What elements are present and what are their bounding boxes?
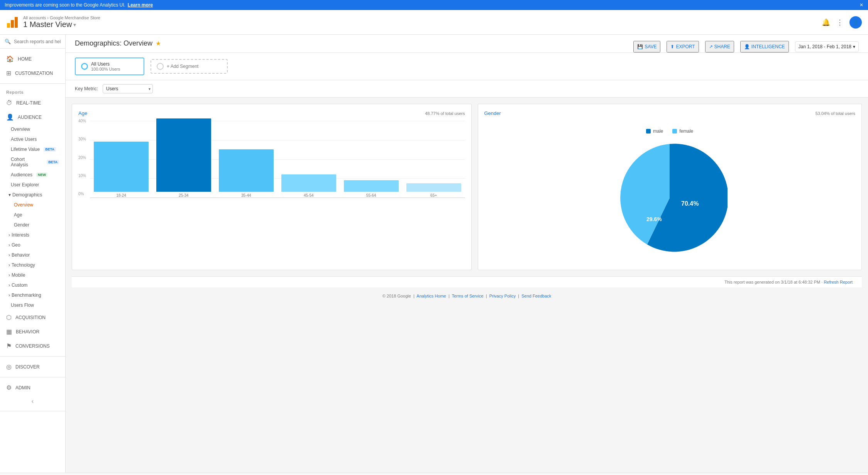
gender-chart-subtitle: 53.04% of total users (816, 111, 855, 116)
discover-icon: ◎ (6, 363, 12, 370)
sidebar-item-behavior[interactable]: ▦ BEHAVIOR (0, 325, 65, 339)
content-header: Demographics: Overview ★ 💾 SAVE ⬆ EXPORT… (66, 35, 868, 53)
add-segment-dot (157, 63, 164, 70)
y-label-20: 20% (78, 155, 86, 159)
header-actions: 💾 SAVE ⬆ EXPORT ↗ SHARE 👤 INTELLIGENCE J… (633, 39, 859, 52)
sub-nav-demo-age[interactable]: Age (0, 210, 65, 220)
pie-chart-area: male female (484, 121, 856, 264)
sub-nav-user-explorer[interactable]: User Explorer (0, 180, 65, 190)
chevron-right-icon-geo: › (8, 242, 10, 248)
share-button[interactable]: ↗ SHARE (705, 41, 734, 52)
user-avatar[interactable]: 👤 (849, 16, 862, 29)
sub-nav-demo-overview[interactable]: Overview (0, 200, 65, 210)
reports-label: Reports (0, 87, 65, 96)
bar-45-54[interactable]: 45-54 (281, 174, 336, 198)
sub-nav-cohort[interactable]: Cohort Analysis BETA (0, 154, 65, 170)
bar-65plus[interactable]: 65+ (406, 183, 461, 198)
header-view[interactable]: 1 Master View ▾ (23, 20, 100, 29)
sidebar-item-audience[interactable]: 👤 AUDIENCE (0, 110, 65, 124)
sidebar-item-customization[interactable]: ⊞ CUSTOMIZATION (0, 66, 65, 80)
bar-18-24-label: 18-24 (116, 193, 126, 198)
chevron-right-icon-mobile: › (8, 272, 10, 278)
beta-badge-cohort: BETA (47, 160, 59, 164)
star-icon[interactable]: ★ (156, 40, 161, 47)
technology-section-header[interactable]: › Technology (0, 260, 65, 270)
y-label-0: 0% (78, 192, 86, 196)
key-metric-select[interactable]: Users Sessions Pageviews Goal Completion… (103, 84, 153, 93)
age-chart-title: Age (78, 110, 87, 116)
bar-35-44[interactable]: 35-44 (219, 149, 274, 198)
chevron-right-icon-custom: › (8, 282, 10, 288)
sub-nav-overview[interactable]: Overview (0, 124, 65, 134)
bar-55-64[interactable]: 55-64 (344, 180, 399, 198)
sidebar-item-realtime[interactable]: ⏱ REAL-TIME (0, 96, 65, 110)
header-right: 🔔 ⋮ 👤 (822, 16, 862, 29)
terms-of-service-link[interactable]: Terms of Service (452, 294, 484, 298)
all-users-segment[interactable]: All Users 100.00% Users (75, 57, 144, 75)
notifications-icon[interactable]: 🔔 (822, 18, 830, 27)
more-options-icon[interactable]: ⋮ (836, 18, 843, 27)
sidebar-item-acquisition[interactable]: ⬡ ACQUISITION (0, 310, 65, 325)
y-label-40: 40% (78, 119, 86, 123)
geo-section-header[interactable]: › Geo (0, 240, 65, 250)
date-range-selector[interactable]: Jan 1, 2018 - Feb 1, 2018 ▾ (795, 41, 859, 52)
pie-legend: male female (646, 128, 693, 134)
bar-45-54-label: 45-54 (304, 193, 314, 198)
legend-dot-female (672, 129, 677, 134)
gender-chart-container: Gender 53.04% of total users male female (478, 104, 862, 270)
legend-male: male (646, 128, 663, 134)
demographics-section-header[interactable]: ▾ Demographics (0, 190, 65, 200)
sidebar-item-conversions[interactable]: ⚑ CONVERSIONS (0, 339, 65, 353)
sub-nav-active-users[interactable]: Active Users (0, 134, 65, 144)
interests-section-header[interactable]: › Interests (0, 230, 65, 240)
sub-nav-lifetime-value[interactable]: Lifetime Value BETA (0, 144, 65, 154)
sidebar-item-admin[interactable]: ⚙ ADMIN (0, 380, 65, 395)
bar-65plus-bar (406, 183, 461, 192)
main-layout: 🔍 🏠 HOME ⊞ CUSTOMIZATION Reports ⏱ REAL-… (0, 35, 868, 473)
benchmarking-section-header[interactable]: › Benchmarking (0, 290, 65, 300)
announcement-link[interactable]: Learn more (128, 2, 153, 8)
chevron-right-icon-bench: › (8, 292, 10, 298)
bar-25-34-bar (156, 118, 211, 192)
intelligence-button[interactable]: 👤 INTELLIGENCE (740, 41, 789, 52)
analytics-home-link[interactable]: Analytics Home (416, 294, 446, 298)
add-segment-button[interactable]: + Add Segment (151, 59, 228, 74)
nav-section-reports: Reports ⏱ REAL-TIME 👤 AUDIENCE Overview … (0, 84, 65, 357)
announcement-close[interactable]: ✕ (860, 2, 863, 8)
save-button[interactable]: 💾 SAVE (633, 41, 660, 52)
nav-section-admin: ⚙ ADMIN ‹ (0, 377, 65, 411)
sidebar-collapse-button[interactable]: ‹ (0, 395, 65, 408)
audience-icon: 👤 (6, 113, 14, 121)
y-label-10: 10% (78, 173, 86, 177)
bar-18-24[interactable]: 18-24 (94, 142, 149, 198)
key-metric-select-wrap: Users Sessions Pageviews Goal Completion… (103, 84, 153, 93)
y-axis-labels: 40% 30% 20% 10% 0% (78, 121, 86, 198)
gender-chart-title: Gender (484, 110, 501, 116)
behavior-section-header[interactable]: › Behavior (0, 250, 65, 260)
bar-45-54-bar (281, 174, 336, 192)
send-feedback-link[interactable]: Send Feedback (521, 294, 551, 298)
gender-chart-title-row: Gender 53.04% of total users (484, 110, 856, 116)
page-title: Demographics: Overview ★ (75, 39, 161, 47)
sub-nav-users-flow[interactable]: Users Flow (0, 300, 65, 310)
top-header: All accounts › Google Merchandise Store … (0, 10, 868, 35)
privacy-policy-link[interactable]: Privacy Policy (489, 294, 516, 298)
save-icon: 💾 (637, 44, 643, 49)
mobile-section-header[interactable]: › Mobile (0, 270, 65, 280)
refresh-report-link[interactable]: Refresh Report (824, 280, 853, 284)
sidebar-item-discover[interactable]: ◎ DISCOVER (0, 360, 65, 374)
bar-18-24-bar (94, 142, 149, 192)
custom-section-header[interactable]: › Custom (0, 280, 65, 290)
bar-chart: 18-24 25-34 35-44 (90, 121, 465, 198)
page-footer: © 2018 Google | Analytics Home | Terms o… (66, 287, 868, 304)
sub-nav-audiences[interactable]: Audiences NEW (0, 170, 65, 180)
sidebar-item-home[interactable]: 🏠 HOME (0, 52, 65, 66)
search-input[interactable] (14, 39, 61, 44)
admin-icon: ⚙ (6, 384, 12, 391)
age-chart-subtitle: 48.77% of total users (425, 111, 465, 116)
sub-nav-demo-gender[interactable]: Gender (0, 220, 65, 230)
bar-25-34[interactable]: 25-34 (156, 118, 211, 198)
age-chart-title-row: Age 48.77% of total users (78, 110, 465, 116)
ga-logo-icon[interactable] (6, 16, 19, 29)
export-button[interactable]: ⬆ EXPORT (667, 41, 699, 52)
